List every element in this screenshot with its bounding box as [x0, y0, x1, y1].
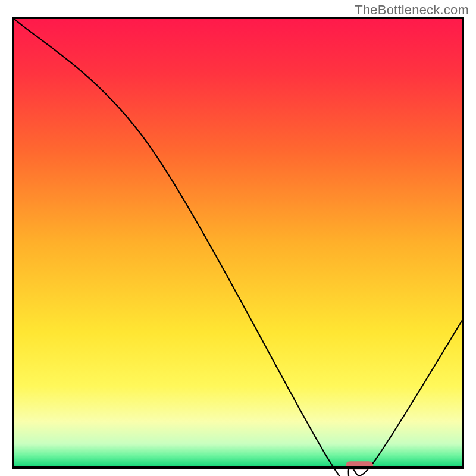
- plot-background: [14, 19, 462, 466]
- bottleneck-chart: [0, 0, 476, 476]
- chart-frame: TheBottleneck.com: [0, 0, 476, 476]
